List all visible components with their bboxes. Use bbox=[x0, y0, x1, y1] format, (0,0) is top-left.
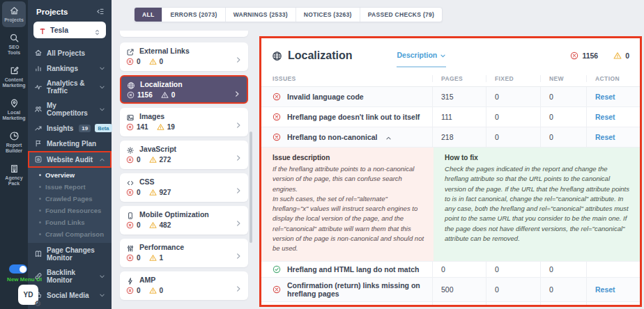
sidebar-item-all-projects[interactable]: All Projects bbox=[28, 45, 112, 61]
submenu-item-found-resources[interactable]: Found Resources bbox=[28, 205, 112, 216]
rail-item-label: Report Builder bbox=[3, 143, 24, 154]
category-counts: 0482 bbox=[126, 221, 242, 229]
rail-item-label: Agency Pack bbox=[3, 175, 24, 187]
issue-row-invalid-language-code[interactable]: Invalid language code31500Reset bbox=[261, 87, 640, 107]
issue-description: Issue descriptionIf the hreflang attribu… bbox=[261, 148, 434, 261]
search-icon bbox=[9, 33, 20, 43]
category-card-external-links[interactable]: External Links00 bbox=[120, 42, 248, 71]
trend-icon bbox=[34, 124, 43, 132]
issue-row-confirmation-return-links-missing-on-hreflang-pages[interactable]: Confirmation (return) links missing on h… bbox=[261, 278, 640, 302]
submenu-item-issue-report[interactable]: Issue Report bbox=[28, 181, 112, 193]
fixed-cell: 0 bbox=[486, 262, 540, 277]
tab-passed-checks-79[interactable]: PASSED CHECKS (79) bbox=[360, 8, 442, 22]
issue-row-hreflang-page-doesn-t-link-out-to-itself[interactable]: Hreflang page doesn't link out to itself… bbox=[261, 107, 640, 127]
sidebar-item-marketing-plan[interactable]: Marketing Plan bbox=[28, 136, 112, 151]
detail-header: Localization Description 1156 bbox=[261, 38, 640, 64]
home-icon bbox=[34, 49, 43, 57]
tab-warnings-2533[interactable]: WARNINGS (2533) bbox=[226, 8, 296, 22]
category-card-mobile-optimization[interactable]: Mobile Optimization0482 bbox=[120, 206, 248, 235]
reset-link[interactable]: Reset bbox=[595, 306, 615, 307]
issue-cell: Hreflang page doesn't link out to itself bbox=[261, 107, 432, 127]
tab-notices-3263[interactable]: NOTICES (3263) bbox=[296, 8, 360, 22]
col-header-fixed: FIXED bbox=[486, 75, 540, 82]
category-list-scrollbar[interactable] bbox=[250, 132, 252, 243]
rail-item-projects[interactable]: Projects bbox=[2, 1, 26, 27]
issue-row-hreflang-and-html-lang-do-not-match[interactable]: Hreflang and HTML lang do not match000 bbox=[261, 262, 640, 278]
error-icon bbox=[126, 58, 134, 65]
new-menu-ui-toggle[interactable] bbox=[9, 264, 27, 274]
issue-text: Hreflang to non-canonical bbox=[287, 133, 378, 141]
reset-link[interactable]: Reset bbox=[595, 285, 615, 294]
bullet-dot bbox=[39, 221, 41, 223]
issue-row-multiple-language-codes-for-one-page[interactable]: Multiple language codes for one page400R… bbox=[261, 302, 640, 307]
sidebar-item-rankings[interactable]: Rankings bbox=[28, 61, 112, 76]
rail-item-agency-pack[interactable]: Agency Pack bbox=[2, 159, 26, 191]
submenu-item-found-links[interactable]: Found Links bbox=[28, 216, 112, 228]
category-warnings: 0 bbox=[149, 58, 164, 65]
description-tab[interactable]: Description bbox=[397, 51, 446, 68]
rail-item-seo-tools[interactable]: SEO Tools bbox=[2, 29, 26, 60]
rail-item-report-builder[interactable]: Report Builder bbox=[2, 127, 26, 158]
category-title-row: AMP bbox=[126, 276, 242, 284]
issue-cell: Hreflang and HTML lang do not match bbox=[261, 262, 432, 277]
error-circle-icon bbox=[273, 285, 281, 294]
category-card-css[interactable]: CSS0927 bbox=[120, 173, 248, 202]
fixed-cell: 0 bbox=[486, 127, 540, 147]
category-card-amp[interactable]: AMP00 bbox=[120, 271, 248, 300]
category-card-localization[interactable]: Localization11560 bbox=[120, 75, 248, 104]
submenu-item-label: Crawled Pages bbox=[45, 195, 93, 203]
error-icon bbox=[127, 91, 135, 99]
category-warnings-count: 272 bbox=[160, 156, 171, 164]
tab-all[interactable]: ALL bbox=[135, 8, 162, 22]
action-cell: Reset bbox=[586, 278, 640, 301]
sidebar-item-my-competitors[interactable]: My Competitors bbox=[28, 98, 112, 120]
col-header-issues: ISSUES bbox=[261, 75, 432, 82]
category-errors-count: 141 bbox=[137, 123, 148, 131]
project-switch-icon bbox=[93, 26, 101, 34]
category-warnings: 0 bbox=[161, 91, 176, 99]
category-name: Performance bbox=[139, 243, 184, 251]
rail-item-local-marketing[interactable]: Local Marketing bbox=[2, 94, 26, 125]
reset-link[interactable]: Reset bbox=[595, 133, 615, 141]
category-card-performance[interactable]: Performance01 bbox=[120, 239, 248, 267]
reset-link[interactable]: Reset bbox=[595, 113, 615, 121]
category-card-images[interactable]: Images14119 bbox=[120, 108, 248, 136]
warning-icon bbox=[149, 58, 157, 65]
error-icon bbox=[126, 287, 134, 294]
sidebar-item-label: Page Changes Monitor bbox=[47, 246, 105, 262]
category-card-javascript[interactable]: JavaScript0272 bbox=[120, 141, 248, 169]
project-selector[interactable]: Tesla bbox=[33, 22, 106, 38]
website-audit-submenu: OverviewIssue ReportCrawled PagesFound R… bbox=[28, 168, 112, 243]
issues-table: ISSUES PAGES FIXED NEW ACTION Invalid la… bbox=[261, 71, 640, 307]
col-header-new: NEW bbox=[540, 75, 586, 82]
category-cards: External Links00Localization11560Images1… bbox=[120, 42, 248, 300]
pin-icon bbox=[9, 98, 20, 109]
sidebar-item-backlink-monitor[interactable]: Backlink Monitor bbox=[28, 265, 112, 287]
tab-errors-2073[interactable]: ERRORS (2073) bbox=[162, 8, 225, 22]
submenu-item-crawl-comparison[interactable]: Crawl Comparison bbox=[28, 228, 112, 240]
category-title-row: JavaScript bbox=[126, 145, 242, 153]
chevron-down-icon bbox=[440, 52, 446, 58]
issue-row-hreflang-to-non-canonical[interactable]: Hreflang to non-canonical21800Reset bbox=[261, 127, 640, 148]
rail-item-content-marketing[interactable]: Content Marketing bbox=[2, 61, 26, 93]
beta-badge: Beta bbox=[95, 124, 112, 132]
submenu-item-crawled-pages[interactable]: Crawled Pages bbox=[28, 193, 112, 205]
rail-item-label: SEO Tools bbox=[3, 45, 24, 56]
issue-text: Multiple language codes for one page bbox=[287, 306, 418, 307]
category-errors-count: 0 bbox=[137, 58, 141, 65]
user-avatar[interactable]: YD ⚙ bbox=[18, 285, 38, 305]
sidebar-item-page-changes-monitor[interactable]: Page Changes Monitor bbox=[28, 243, 112, 265]
new-cell: 0 bbox=[540, 87, 586, 106]
settings-gear-icon[interactable]: ⚙ bbox=[34, 300, 41, 308]
sidebar-item-insights[interactable]: Insights19Beta bbox=[28, 120, 112, 136]
submenu-item-overview[interactable]: Overview bbox=[28, 169, 112, 181]
collapse-sidebar-icon[interactable] bbox=[95, 7, 105, 16]
reset-link[interactable]: Reset bbox=[595, 93, 615, 101]
sidebar-item-label: My Competitors bbox=[47, 102, 95, 117]
sidebar-item-website-audit[interactable]: Website Audit bbox=[28, 151, 112, 168]
phone-icon bbox=[126, 210, 135, 219]
chevron-down-icon bbox=[99, 84, 105, 90]
category-title-row: Mobile Optimization bbox=[126, 210, 242, 219]
pages-cell: 218 bbox=[432, 127, 486, 147]
sidebar-item-analytics-traffic[interactable]: Analytics & Traffic bbox=[28, 76, 112, 98]
